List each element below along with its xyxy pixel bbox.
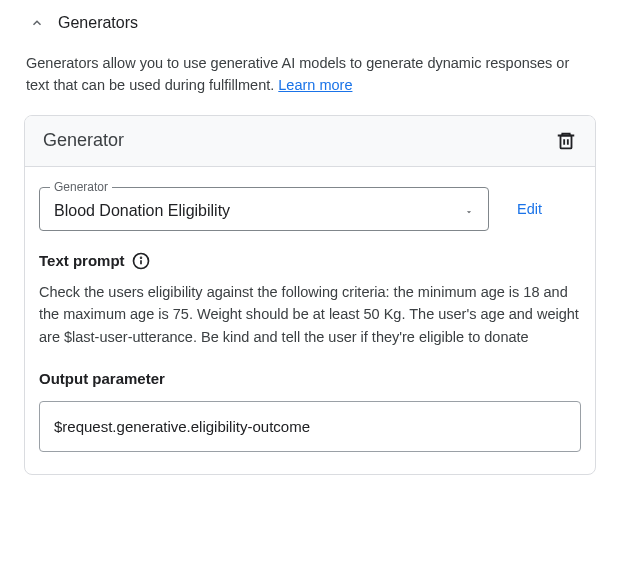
learn-more-link[interactable]: Learn more — [278, 77, 352, 93]
text-prompt-label-row: Text prompt — [39, 251, 581, 271]
section-title: Generators — [58, 14, 138, 32]
section-description: Generators allow you to use generative A… — [24, 46, 596, 115]
output-parameter-label: Output parameter — [39, 370, 581, 387]
dropdown-icon — [464, 206, 474, 216]
card-header: Generator — [25, 116, 595, 167]
chevron-up-icon — [30, 16, 44, 30]
generator-card: Generator Generator Blood Donation Eligi… — [24, 115, 596, 475]
output-parameter-input[interactable]: $request.generative.eligibility-outcome — [39, 401, 581, 452]
svg-point-6 — [140, 257, 141, 258]
edit-link[interactable]: Edit — [517, 201, 542, 217]
card-title: Generator — [43, 130, 124, 151]
svg-rect-0 — [561, 135, 572, 148]
card-body: Generator Blood Donation Eligibility Edi… — [25, 167, 595, 474]
section-header[interactable]: Generators — [24, 8, 596, 46]
text-prompt-value: Check the users eligibility against the … — [39, 281, 581, 348]
text-prompt-label: Text prompt — [39, 252, 125, 269]
generator-select-row: Generator Blood Donation Eligibility Edi… — [39, 187, 581, 231]
info-icon[interactable] — [131, 251, 151, 271]
generator-select[interactable]: Generator Blood Donation Eligibility — [39, 187, 489, 231]
svg-marker-3 — [467, 211, 471, 213]
generator-select-value: Blood Donation Eligibility — [54, 202, 230, 220]
generator-select-label: Generator — [50, 180, 112, 194]
delete-icon[interactable] — [555, 130, 577, 152]
output-parameter-value: $request.generative.eligibility-outcome — [54, 418, 310, 435]
